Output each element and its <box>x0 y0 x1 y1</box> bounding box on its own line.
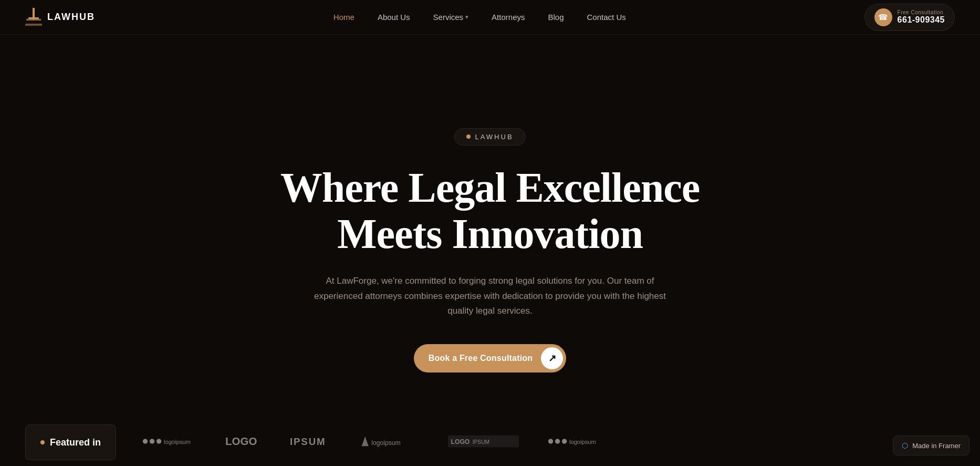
svg-point-16 <box>555 439 560 443</box>
framer-badge-label: Made in Framer <box>912 442 961 450</box>
hero-title: Where Legal Excellence Meets Innovation <box>280 164 700 257</box>
svg-rect-3 <box>25 24 42 26</box>
svg-text:logoipsum: logoipsum <box>569 439 596 445</box>
hero-title-line1: Where Legal Excellence <box>280 164 700 211</box>
nav-link-contact[interactable]: Contact Us <box>578 8 635 26</box>
featured-dot <box>40 440 45 444</box>
svg-point-6 <box>157 439 161 443</box>
nav-link-blog[interactable]: Blog <box>538 8 573 26</box>
nav-links: Home About Us Services ▾ Attorneys Blog … <box>324 8 635 26</box>
svg-text:logoipsum: logoipsum <box>371 439 400 447</box>
hero-badge: LAWHUB <box>454 128 525 146</box>
nav-link-services[interactable]: Services ▾ <box>424 8 478 26</box>
logos-track: logoipsum LOGO IPSUM logoipsum <box>141 434 980 451</box>
hero-badge-text: LAWHUB <box>475 133 513 141</box>
logo-item-5: LOGO IPSUM <box>448 434 522 451</box>
navbar: LAWHUB Home About Us Services ▾ Attorney… <box>0 0 980 35</box>
logo-svg-6: logoipsum <box>547 434 606 449</box>
svg-text:logoipsum: logoipsum <box>164 439 191 445</box>
logo-item-6: logoipsum <box>547 434 606 451</box>
svg-rect-1 <box>28 17 39 19</box>
svg-point-17 <box>562 439 567 443</box>
nav-link-home[interactable]: Home <box>324 8 364 26</box>
consultation-button[interactable]: Book a Free Consultation ↗ <box>414 344 567 372</box>
svg-text:IPSUM: IPSUM <box>473 439 489 445</box>
hero-title-line2: Meets Innovation <box>337 211 643 257</box>
logo-text: LAWHUB <box>47 12 95 23</box>
nav-link-attorneys[interactable]: Attorneys <box>482 8 534 26</box>
logo-svg-1: logoipsum <box>141 434 200 449</box>
featured-label: Featured in <box>25 424 116 460</box>
logo-item-4: logoipsum <box>359 434 423 451</box>
logo-icon <box>25 8 42 27</box>
logo-item-3: IPSUM <box>290 434 334 451</box>
svg-point-5 <box>150 439 154 443</box>
nav-item-contact[interactable]: Contact Us <box>578 8 635 26</box>
phone-number: 661-909345 <box>898 15 945 25</box>
logo-item-2: LOGO <box>225 434 265 451</box>
svg-rect-2 <box>26 19 41 20</box>
logo-item-1: logoipsum <box>141 434 200 451</box>
cta-label: Book a Free Consultation <box>429 354 533 363</box>
chevron-down-icon: ▾ <box>465 14 468 20</box>
hero-subtitle: At LawForge, we're committed to forging … <box>311 274 669 319</box>
svg-point-4 <box>143 439 148 443</box>
nav-item-home[interactable]: Home <box>324 8 364 26</box>
framer-icon: ⬡ <box>902 441 908 450</box>
logo-svg-4: logoipsum <box>359 434 423 449</box>
cta-arrow-icon: ↗ <box>541 347 563 369</box>
svg-text:IPSUM: IPSUM <box>290 436 326 447</box>
phone-text-group: Free Consultation 661-909345 <box>898 9 945 25</box>
logo-svg-5: LOGO IPSUM <box>448 434 522 449</box>
hero-section: LAWHUB Where Legal Excellence Meets Inno… <box>0 0 980 466</box>
logo-svg-2: LOGO <box>225 434 265 449</box>
nav-logo[interactable]: LAWHUB <box>25 8 95 27</box>
phone-button[interactable]: ☎ Free Consultation 661-909345 <box>864 4 955 31</box>
nav-item-services[interactable]: Services ▾ <box>424 8 478 26</box>
framer-badge[interactable]: ⬡ Made in Framer <box>893 436 969 455</box>
phone-icon: ☎ <box>874 8 892 26</box>
hero-badge-dot <box>466 134 471 139</box>
svg-point-15 <box>548 439 553 443</box>
svg-text:LOGO: LOGO <box>225 435 257 447</box>
nav-item-blog[interactable]: Blog <box>538 8 573 26</box>
phone-label: Free Consultation <box>898 9 943 15</box>
nav-link-about[interactable]: About Us <box>368 8 420 26</box>
featured-text: Featured in <box>50 437 101 448</box>
svg-text:LOGO: LOGO <box>451 438 470 446</box>
nav-item-about[interactable]: About Us <box>368 8 420 26</box>
logo-svg-3: IPSUM <box>290 434 334 449</box>
svg-marker-10 <box>361 437 368 447</box>
nav-item-attorneys[interactable]: Attorneys <box>482 8 534 26</box>
featured-bar: Featured in logoipsum LOGO <box>0 419 980 466</box>
